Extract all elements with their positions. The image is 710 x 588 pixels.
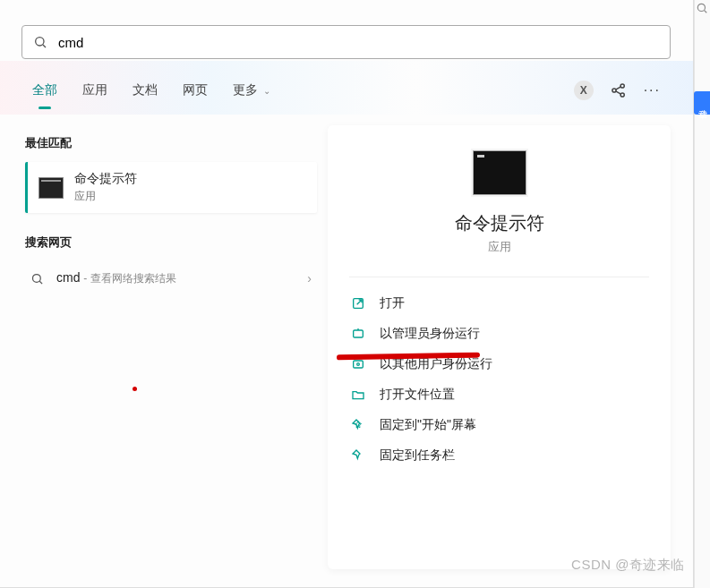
svg-line-6 <box>615 91 620 94</box>
svg-point-7 <box>33 274 41 282</box>
web-search-heading: 搜索网页 <box>25 234 317 251</box>
side-badge[interactable]: 动章 <box>694 91 710 115</box>
svg-line-14 <box>705 11 707 13</box>
svg-point-0 <box>36 38 44 46</box>
svg-line-8 <box>39 281 42 284</box>
preview-pane: 命令提示符 应用 打开 以管理员身份运行 以其他用户身份运行 打开文件位置 固定… <box>328 125 671 569</box>
folder-icon <box>351 388 365 402</box>
svg-point-12 <box>357 363 360 366</box>
cmd-app-icon-large <box>473 150 526 195</box>
svg-rect-10 <box>354 330 364 337</box>
web-item-name: cmd <box>56 270 80 285</box>
tab-docs[interactable]: 文档 <box>133 82 158 106</box>
preview-kind: 应用 <box>349 239 649 255</box>
action-label: 打开 <box>380 295 405 311</box>
more-options-icon[interactable]: ··· <box>644 82 661 98</box>
annotation-dot <box>133 387 137 391</box>
tab-more[interactable]: 更多 ⌄ <box>233 82 270 106</box>
divider <box>349 277 649 277</box>
search-input[interactable] <box>56 34 659 51</box>
svg-line-5 <box>615 87 620 89</box>
admin-icon <box>351 327 365 341</box>
result-subtitle: 应用 <box>74 189 137 204</box>
web-search-item[interactable]: cmd - 查看网络搜索结果 › <box>25 261 317 295</box>
action-pin-start[interactable]: 固定到"开始"屏幕 <box>349 410 649 440</box>
pin-icon <box>351 418 365 432</box>
action-label: 打开文件位置 <box>380 387 455 403</box>
web-item-desc: - 查看网络搜索结果 <box>83 272 175 285</box>
user-avatar[interactable]: X <box>574 81 594 100</box>
action-open-location[interactable]: 打开文件位置 <box>349 379 649 410</box>
tab-web[interactable]: 网页 <box>183 82 208 106</box>
filter-tabs: 全部 应用 文档 网页 更多 ⌄ <box>32 82 270 106</box>
action-label: 固定到"开始"屏幕 <box>380 417 476 433</box>
svg-rect-11 <box>354 361 364 368</box>
open-icon <box>351 296 365 311</box>
share-icon[interactable] <box>610 81 628 99</box>
result-title: 命令提示符 <box>74 171 137 187</box>
action-pin-taskbar[interactable]: 固定到任务栏 <box>349 440 649 471</box>
best-match-heading: 最佳匹配 <box>25 135 317 151</box>
search-box[interactable] <box>21 25 671 59</box>
action-label: 以管理员身份运行 <box>380 326 480 342</box>
search-icon <box>33 35 47 49</box>
svg-line-1 <box>43 45 46 47</box>
pin-icon <box>351 448 365 463</box>
search-icon <box>30 272 44 285</box>
action-label: 固定到任务栏 <box>380 447 455 464</box>
side-panel: 动章 <box>694 0 710 588</box>
tab-apps[interactable]: 应用 <box>82 82 107 106</box>
chevron-right-icon: › <box>307 271 312 285</box>
tab-all[interactable]: 全部 <box>32 82 57 106</box>
svg-point-13 <box>697 4 705 11</box>
cmd-app-icon <box>38 177 64 199</box>
search-icon[interactable] <box>696 2 708 14</box>
preview-title: 命令提示符 <box>349 211 649 235</box>
tab-more-label: 更多 <box>233 82 258 97</box>
action-run-as-admin[interactable]: 以管理员身份运行 <box>349 319 649 349</box>
best-match-result[interactable]: 命令提示符 应用 <box>25 162 317 213</box>
chevron-down-icon: ⌄ <box>263 86 270 96</box>
action-open[interactable]: 打开 <box>349 288 649 319</box>
